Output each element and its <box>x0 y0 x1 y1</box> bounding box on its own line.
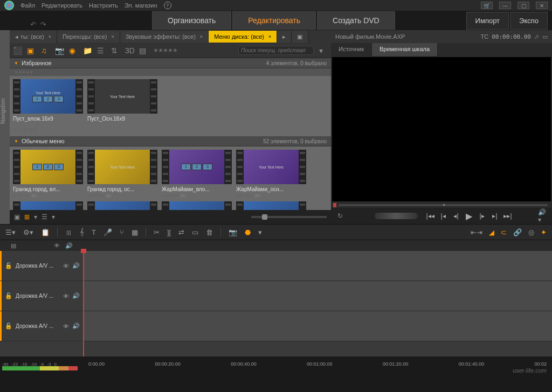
disc-icon[interactable]: ◉ <box>69 46 78 55</box>
loop-icon[interactable]: ↻ <box>335 211 345 221</box>
menu-thumbnail[interactable]: Your Text Here Гранжд город, ос... ★★★★★… <box>87 150 157 198</box>
menu-file[interactable]: Файл <box>20 2 35 9</box>
subtab-add[interactable]: ▣ <box>292 31 308 43</box>
clip-icon[interactable]: ▭ <box>192 228 198 236</box>
dropdown2-icon[interactable]: ▾ <box>52 213 55 221</box>
bracket-icon[interactable]: ][ <box>167 228 171 236</box>
stack-icon[interactable]: ▣ <box>14 213 20 221</box>
help-icon[interactable]: ? <box>164 2 171 9</box>
navigation-sidebar[interactable]: Navigation <box>0 30 10 224</box>
menu-thumbnail[interactable]: 123 <box>13 201 83 210</box>
subtab-discmenu[interactable]: Меню диска: (все)× <box>209 31 277 43</box>
maximize-button[interactable]: ▢ <box>518 2 529 9</box>
timeline-ruler[interactable]: -60-22-16-10-6-30 0:00.0000:00:20.0000:0… <box>0 356 552 372</box>
track-body[interactable] <box>83 251 552 281</box>
cart-icon[interactable]: 🛒 <box>481 2 493 9</box>
music-icon[interactable]: ♫ <box>41 46 50 55</box>
menu-thumbnail[interactable]: 123 Гранжд город, вл... ★★★★★3D <box>13 150 83 198</box>
subtab-effects[interactable]: ◂ты: (все)× <box>10 31 57 43</box>
tab-organize[interactable]: Организовать <box>152 11 231 30</box>
levels-icon[interactable]: ⫼ <box>65 228 72 236</box>
track-body[interactable] <box>83 311 552 341</box>
photo-icon[interactable]: 📷 <box>55 46 64 55</box>
treble-icon[interactable]: 𝄞 <box>80 228 84 236</box>
step-back-icon[interactable]: ◂| <box>451 211 461 221</box>
subtab-transitions[interactable]: Переходы: (все)× <box>57 31 120 43</box>
popout-icon[interactable]: ⬀ <box>534 33 539 40</box>
jog-wheel[interactable] <box>375 213 418 219</box>
lock-icon[interactable]: 🔓 <box>5 292 12 299</box>
close-button[interactable]: ✕ <box>536 2 548 9</box>
fullscreen-icon[interactable]: ▭ <box>542 33 548 40</box>
eye-icon[interactable]: 👁 <box>63 293 69 299</box>
snapshot-icon[interactable]: 📷 <box>229 228 237 236</box>
clipboard-icon[interactable]: 📋 <box>41 228 50 236</box>
menu-thumbnail[interactable] <box>162 201 232 210</box>
list-view-icon[interactable]: ☰ <box>42 213 47 221</box>
redo-icon[interactable]: ↷ <box>40 20 46 29</box>
speaker-icon[interactable]: 🔊 <box>72 292 80 299</box>
link-icon[interactable]: 🔗 <box>513 228 522 236</box>
gear-icon[interactable]: ⚙▾ <box>23 228 33 236</box>
category-favorites[interactable]: ▼ Избранное 4 элементов, 0 выбрано <box>10 58 331 68</box>
eye-icon[interactable]: 👁 <box>63 323 69 330</box>
timeline[interactable]: 🔓 Дорожка A/V ... 👁 🔊 🔓 Дорожка A/V ... … <box>0 251 552 356</box>
more-icon[interactable]: ▾ <box>319 46 328 55</box>
import-button[interactable]: Импорт <box>466 12 509 30</box>
lock-icon[interactable]: 🔓 <box>5 262 12 269</box>
gallery[interactable]: ▼ Избранное 4 элементов, 0 выбрано ★★★★★… <box>10 58 331 210</box>
speaker-icon[interactable]: 🔊 <box>72 262 80 269</box>
trash-icon[interactable]: 🗑 <box>206 228 213 236</box>
menu-thumbnail[interactable] <box>236 201 306 210</box>
blade-icon[interactable]: ✂ <box>154 228 160 236</box>
tl-menu-icon[interactable]: ☰▾ <box>5 228 16 236</box>
tab-timeline-view[interactable]: Временная шкала <box>372 43 438 56</box>
folder-icon[interactable]: 📁 <box>83 46 92 55</box>
play-icon[interactable]: ▶ <box>464 211 474 221</box>
volume-icon[interactable]: 🔊▾ <box>538 211 548 221</box>
grid-icon[interactable]: ▦ <box>132 228 138 236</box>
menu-thumbnail[interactable]: Your Text Here ЖарМайами_осн... ★★★★★3D <box>236 150 306 198</box>
eye-header-icon[interactable]: 👁 <box>54 242 60 249</box>
subtab-sounds[interactable]: Звуковые эффекты: (все)× <box>120 31 209 43</box>
sort-icon[interactable]: ⇅ <box>111 46 120 55</box>
prev-icon[interactable]: |◂ <box>438 211 448 221</box>
magnet-icon[interactable]: ⊂ <box>501 228 507 236</box>
tab-source[interactable]: Источник <box>331 43 372 56</box>
menu-thumbnail[interactable]: 123 ЖарМайами_вло... ★★★★★3D <box>162 150 232 198</box>
subtab-more[interactable]: ▸ <box>277 31 292 43</box>
minimize-button[interactable]: — <box>499 2 511 9</box>
grid-view-icon[interactable]: ⊞ <box>24 213 30 221</box>
playhead[interactable] <box>83 251 84 356</box>
next-icon[interactable]: ▸| <box>490 211 500 221</box>
preview-window[interactable] <box>332 57 551 201</box>
undo-icon[interactable]: ↶ <box>30 20 36 29</box>
snap-icon[interactable]: ◢ <box>489 228 494 236</box>
layer-icon[interactable]: ▤ <box>11 242 16 249</box>
text-icon[interactable]: T <box>92 228 96 236</box>
tab-dvd[interactable]: Создать DVD <box>317 11 395 30</box>
step-fwd-icon[interactable]: |▸ <box>477 211 487 221</box>
threed-toggle[interactable]: 3D <box>125 46 134 55</box>
fit-icon[interactable]: ⇤⇥ <box>471 228 482 236</box>
speaker-icon[interactable]: 🔊 <box>72 323 80 330</box>
tag-icon[interactable]: ▤ <box>139 46 148 55</box>
swap-icon[interactable]: ⇄ <box>178 228 184 236</box>
category-regular[interactable]: ▼ Обычные меню 52 элементов, 0 выбрано <box>10 136 331 146</box>
sparkle-icon[interactable]: ✦ <box>541 228 547 236</box>
track-header[interactable]: 🔓 Дорожка A/V ... 👁 🔊 <box>0 281 83 311</box>
menu-thumbnail[interactable]: Your Text Here <box>87 201 157 210</box>
goto-start-icon[interactable]: |◂◂ <box>425 211 435 221</box>
speaker-header-icon[interactable]: 🔊 <box>65 242 73 249</box>
search-input[interactable] <box>238 46 314 55</box>
menu-setup[interactable]: Настроить <box>89 2 118 9</box>
zoom-slider[interactable] <box>251 216 327 218</box>
track-header[interactable]: 🔓 Дорожка A/V ... 👁 🔊 <box>0 311 83 341</box>
tab-edit[interactable]: Редактировать <box>232 11 316 30</box>
export-button[interactable]: Экспо <box>510 12 548 30</box>
menu-thumbnail[interactable]: Your Text Here Пуст_Осн.16x9 <box>87 79 157 122</box>
mic-icon[interactable]: 🎤 <box>104 228 112 236</box>
dropdown-icon[interactable]: ▾ <box>34 213 37 221</box>
scrub-bar[interactable] <box>331 202 552 208</box>
menu-edit[interactable]: Редактировать <box>42 2 82 9</box>
